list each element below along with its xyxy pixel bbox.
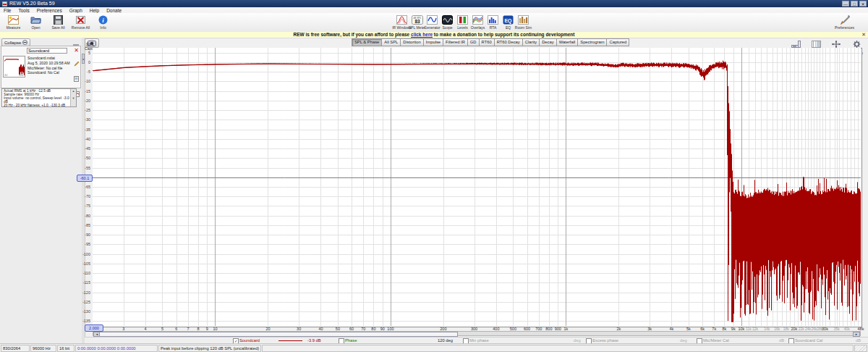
preferences-icon [839, 14, 850, 25]
cursor-x-readout: 2.000 [85, 324, 103, 332]
maximize-button[interactable]: □ [851, 1, 858, 7]
y-axis-tick: -15 [73, 89, 90, 93]
scroll-right-icon[interactable]: ► [853, 332, 860, 337]
toolbar-button-ir-windows[interactable]: IR Windows [394, 13, 409, 31]
tab-rt60[interactable]: RT60 [480, 38, 495, 46]
legend-value-soundcard: -3.9 dB [307, 338, 321, 343]
tab-rt60-decay[interactable]: RT60 Decay [495, 38, 523, 46]
close-button[interactable]: ✕ [859, 1, 867, 7]
toolbar-button-open[interactable]: Open [25, 13, 47, 31]
tab-all-spl[interactable]: All SPL [382, 38, 401, 46]
toolbar-center-group: IR WindowsdB SPL83SPL MeterGeneratorScop… [394, 13, 531, 31]
y-axis-tick: -10 [73, 79, 90, 83]
graph-title: SPL [86, 42, 95, 47]
toolbar-button-label: Levels [457, 25, 467, 30]
toolbar-button-rta[interactable]: RTA [485, 13, 501, 31]
y-axis-tick: -120 [73, 290, 90, 295]
y-axis-tick: -40 [73, 137, 90, 141]
legend-label-soundcard[interactable]: Soundcard [239, 338, 260, 343]
toolbar-button-measure[interactable]: Measure [2, 13, 25, 31]
menu-item-help[interactable]: Help [86, 8, 103, 13]
minimize-button[interactable]: — [842, 1, 849, 7]
toolbar-button-label: Save All [51, 25, 64, 30]
tab-distortion[interactable]: Distortion [401, 38, 423, 46]
window-buttons: — □ ✕ [842, 1, 867, 7]
measurement-thumbnail[interactable] [3, 56, 25, 77]
tab-waterfall[interactable]: Waterfall [557, 38, 579, 46]
measurement-details: Soundcard.mdat Aug 5, 2020 10:29:58 AM M… [27, 56, 71, 75]
legend-label-soundcard-cal[interactable]: Soundcard Cal [795, 338, 822, 343]
menu-item-graph[interactable]: Graph [66, 8, 86, 13]
tab-gd[interactable]: GD [468, 38, 480, 46]
measurement-card[interactable]: ✕ Soundcard.mdat Aug 5, 2020 10:29:58 AM… [1, 46, 81, 88]
toolbar-button-scope[interactable]: Scope [440, 13, 455, 31]
y-axis-tick: -105 [73, 261, 90, 266]
donation-banner-text-before: REW is free software, but if you can aff… [294, 32, 412, 37]
collapse-icon [22, 40, 27, 45]
toolbar-button-label: Generator [424, 25, 441, 30]
status-cells: 830/206496000 Hz16 bit [0, 344, 75, 352]
legend-value-soundcard-cal: dB [856, 338, 861, 343]
status-timing: 0:00.0000 0:00.0000 0:00.0000 [75, 345, 158, 352]
status-cell-0: 830/2064 [1, 345, 30, 352]
menu-item-donate[interactable]: Donate [103, 8, 125, 13]
rta-icon [488, 14, 498, 25]
toolbar-button-eq[interactable]: EQEQ [501, 13, 516, 31]
legend-label-phase[interactable]: Phase [345, 338, 357, 343]
toolbar-button-label: Remove All [72, 25, 90, 30]
tab-clarity[interactable]: Clarity [523, 38, 540, 46]
rew-window: REW V5.20 Beta 59 — □ ✕ FileToolsPrefere… [0, 0, 868, 352]
eq-icon: EQ [503, 14, 514, 25]
tab-impulse[interactable]: Impulse [424, 38, 443, 46]
scrollbar-thumb[interactable] [99, 332, 458, 337]
measurement-file: Soundcard.mdat [27, 56, 71, 61]
status-cell-2: 16 bit [57, 345, 75, 352]
legend-value-phase: 120 deg [438, 338, 453, 343]
measurement-name-input[interactable] [27, 48, 67, 54]
status-cell-1: 96000 Hz [30, 345, 56, 352]
toolbar-button-overlays[interactable]: Overlays [470, 13, 485, 31]
open-folder-icon [30, 14, 41, 25]
toolbar-left-group: MeasureOpenSave AllRemove AlliInfo [2, 13, 114, 31]
window-title: REW V5.20 Beta 59 [9, 0, 55, 7]
resize-grip[interactable] [854, 345, 867, 352]
toolbar-button-levels[interactable]: Levels [455, 13, 470, 31]
toolbar-button-generator[interactable]: Generator [425, 13, 440, 31]
tab-captured[interactable]: Captured [607, 38, 629, 46]
tab-filtered-ir[interactable]: Filtered IR [443, 38, 468, 46]
legend-value-excess-phase: deg [680, 338, 687, 343]
toolbar-button-label: Overlays [471, 25, 485, 30]
toolbar-button-save-all[interactable]: Save All [47, 13, 69, 31]
toolbar-button-room-sim[interactable]: Room Sim [516, 13, 531, 31]
menu-item-file[interactable]: File [0, 8, 14, 13]
donate-link[interactable]: click here [411, 32, 433, 37]
toolbar-button-remove-all[interactable]: Remove All [69, 13, 92, 31]
toolbar-button-preferences[interactable]: Preferences [833, 13, 856, 31]
y-axis-tick: -110 [73, 271, 90, 275]
donation-banner-text-after: to make a donation to help support its c… [433, 32, 574, 37]
menu-item-preferences[interactable]: Preferences [33, 8, 66, 13]
cursor-y-readout: -60.1 [77, 175, 93, 182]
toolbar-button-info[interactable]: iInfo [92, 13, 114, 31]
y-axis-tick: -50 [73, 156, 90, 160]
tab-decay[interactable]: Decay [540, 38, 556, 46]
y-axis-tick: -45 [73, 146, 90, 151]
menu-item-tools[interactable]: Tools [14, 8, 33, 13]
y-axis-tick: -70 [73, 194, 90, 198]
banner-close-icon[interactable]: ✕ [861, 32, 866, 38]
y-axis-tick: -130 [73, 309, 90, 314]
tab-spectrogram[interactable]: Spectrogram [578, 38, 607, 46]
toolbar-button-spl-meter[interactable]: dB SPL83SPL Meter [409, 13, 425, 31]
tab-spl-phase[interactable]: SPL & Phase [352, 38, 382, 46]
legend-label-mic-meter-cal[interactable]: Mic/Meter Cal [703, 338, 729, 343]
donation-banner: REW is free software, but if you can aff… [0, 32, 868, 38]
y-axis-tick: -30 [73, 117, 90, 122]
legend-label-min-phase[interactable]: Min phase [469, 338, 489, 343]
status-message: Peak input before clipping 120 dB SPL (u… [158, 345, 261, 352]
graph-h-scrollbar[interactable]: ◄ ► [93, 331, 861, 336]
y-axis-tick: -75 [73, 204, 90, 208]
legend-label-excess-phase[interactable]: Excess phase [592, 338, 618, 343]
toolbar-button-label: Scope [442, 25, 452, 30]
spl-chart-canvas[interactable] [93, 48, 861, 326]
measurement-soundcard-cal: Soundcard: No Cal [27, 70, 71, 75]
